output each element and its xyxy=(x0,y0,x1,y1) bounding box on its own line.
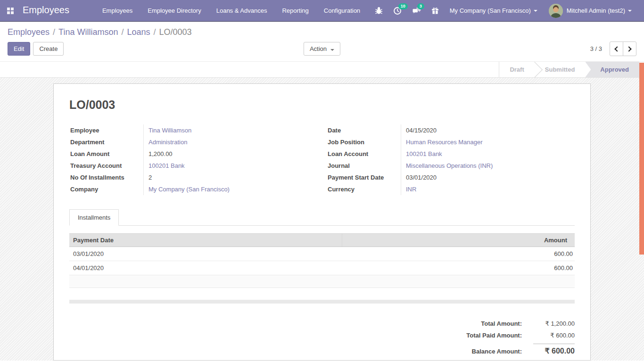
field-value-department[interactable]: Administration xyxy=(149,139,187,146)
field-label-company: Company xyxy=(69,183,144,195)
messages-count-badge: 3 xyxy=(417,3,424,9)
total-paid-amount-value: ₹ 600.00 xyxy=(533,332,575,339)
field-value-treasury-account[interactable]: 100201 Bank xyxy=(149,162,185,169)
status-step-approved[interactable]: Approved xyxy=(585,62,639,77)
company-name: My Company (San Francisco) xyxy=(450,7,531,14)
balance-amount-value: ₹ 600.00 xyxy=(533,344,575,355)
pager-next-button[interactable] xyxy=(623,41,636,56)
action-dropdown-button[interactable]: Action xyxy=(304,42,340,56)
status-steps: Draft Submitted Approved xyxy=(499,62,639,77)
field-value-employee[interactable]: Tina Williamson xyxy=(149,127,191,134)
installments-table: Payment Date Amount 03/01/2020 600.00 04… xyxy=(69,233,575,288)
column-header-payment-date[interactable]: Payment Date xyxy=(69,234,342,247)
breadcrumb-separator: / xyxy=(53,27,55,37)
totals-section: Total Amount: ₹ 1,200.00 Total Paid Amou… xyxy=(69,320,575,355)
tab-bar: Installments xyxy=(69,209,575,226)
menu-employee-directory[interactable]: Employee Directory xyxy=(140,0,208,21)
vertical-scrollbar[interactable] xyxy=(639,63,644,255)
top-navbar: Employees Employees Employee Directory L… xyxy=(0,0,644,22)
field-label-loan-amount: Loan Amount xyxy=(69,148,144,160)
total-amount-value: ₹ 1,200.00 xyxy=(533,320,575,327)
breadcrumb-employees[interactable]: Employees xyxy=(8,27,50,37)
field-label-department: Department xyxy=(69,136,144,148)
notebook: Installments Payment Date Amount 03/01/2… xyxy=(69,209,575,304)
field-label-journal: Journal xyxy=(327,160,401,172)
field-value-payment-start-date: 03/01/2020 xyxy=(401,172,575,183)
pager-value: 3 / 3 xyxy=(590,45,602,52)
messages-button[interactable]: 3 xyxy=(407,0,426,21)
record-title: LO/0003 xyxy=(69,98,575,112)
breadcrumb: Employees/Tina Williamson/Loans/LO/0003 xyxy=(8,27,636,37)
field-group-right: Date 04/15/2020 Job Position Human Resou… xyxy=(327,124,575,195)
field-label-currency: Currency xyxy=(327,183,401,195)
menu-reporting[interactable]: Reporting xyxy=(274,0,316,21)
field-label-loan-account: Loan Account xyxy=(327,148,401,160)
company-switcher[interactable]: My Company (San Francisco) xyxy=(444,0,543,21)
field-label-payment-start-date: Payment Start Date xyxy=(327,172,401,183)
field-label-treasury-account: Treasury Account xyxy=(69,160,144,172)
tab-installments[interactable]: Installments xyxy=(69,209,119,226)
field-label-job-position: Job Position xyxy=(327,136,401,148)
chevron-left-icon xyxy=(614,46,619,51)
list-footer-bar xyxy=(69,300,575,304)
table-empty-row xyxy=(69,275,575,288)
edit-button[interactable]: Edit xyxy=(8,42,30,56)
field-value-date: 04/15/2020 xyxy=(401,124,575,136)
debug-button[interactable] xyxy=(370,0,388,21)
table-row[interactable]: 03/01/2020 600.00 xyxy=(69,247,575,261)
user-menu[interactable]: Mitchell Admin (test2) xyxy=(543,0,637,21)
app-brand[interactable]: Employees xyxy=(21,5,73,16)
table-row[interactable]: 04/01/2020 600.00 xyxy=(69,261,575,275)
statusbar: Draft Submitted Approved xyxy=(0,61,644,78)
apps-menu-button[interactable] xyxy=(0,0,21,21)
menu-loans-advances[interactable]: Loans & Advances xyxy=(209,0,275,21)
activities-button[interactable]: 10 xyxy=(388,0,407,21)
field-value-company[interactable]: My Company (San Francisco) xyxy=(149,186,230,193)
form-view-background: LO/0003 Employee Tina Williamson Departm… xyxy=(0,78,644,361)
create-button[interactable]: Create xyxy=(33,42,64,56)
user-name: Mitchell Admin (test2) xyxy=(567,7,625,14)
table-header-row: Payment Date Amount xyxy=(69,234,575,247)
breadcrumb-current: LO/0003 xyxy=(159,27,192,37)
navbar-systray: 10 3 My Company (San Francisco) xyxy=(370,0,644,21)
pager-previous-button[interactable] xyxy=(610,41,623,56)
menu-configuration[interactable]: Configuration xyxy=(316,0,368,21)
button-row: Edit Create Action 3 / 3 xyxy=(8,41,636,56)
breadcrumb-separator: / xyxy=(154,27,156,37)
field-value-no-of-installments: 2 xyxy=(144,172,317,183)
chevron-right-icon xyxy=(626,46,631,51)
gift-icon xyxy=(431,7,439,15)
total-paid-amount-label: Total Paid Amount: xyxy=(466,332,533,339)
form-sheet: LO/0003 Employee Tina Williamson Departm… xyxy=(53,83,591,361)
control-panel: Employees/Tina Williamson/Loans/LO/0003 … xyxy=(0,22,644,61)
bug-icon xyxy=(375,7,383,15)
rewards-button[interactable] xyxy=(426,0,444,21)
breadcrumb-tina-williamson[interactable]: Tina Williamson xyxy=(58,27,118,37)
cell-amount[interactable]: 600.00 xyxy=(342,247,575,261)
pager: 3 / 3 xyxy=(590,41,636,56)
top-menu: Employees Employee Directory Loans & Adv… xyxy=(95,0,368,21)
cell-payment-date[interactable]: 04/01/2020 xyxy=(69,261,342,275)
caret-down-icon xyxy=(330,49,334,51)
breadcrumb-separator: / xyxy=(121,27,124,37)
field-label-no-of-installments: No Of Installments xyxy=(69,172,144,183)
caret-down-icon xyxy=(628,10,632,12)
cell-amount[interactable]: 600.00 xyxy=(342,261,575,275)
cell-payment-date[interactable]: 03/01/2020 xyxy=(69,247,342,261)
user-avatar xyxy=(549,4,563,18)
total-amount-label: Total Amount: xyxy=(466,320,533,327)
apps-grid-icon xyxy=(7,8,14,14)
field-group-left: Employee Tina Williamson Department Admi… xyxy=(69,124,317,195)
field-label-employee: Employee xyxy=(69,124,144,136)
field-value-loan-account[interactable]: 100201 Bank xyxy=(406,150,442,157)
field-value-currency[interactable]: INR xyxy=(406,186,416,193)
field-label-date: Date xyxy=(327,124,401,136)
caret-down-icon xyxy=(534,10,537,12)
breadcrumb-loans[interactable]: Loans xyxy=(127,27,150,37)
field-value-job-position[interactable]: Human Resources Manager xyxy=(406,139,483,146)
menu-employees[interactable]: Employees xyxy=(95,0,140,21)
column-header-amount[interactable]: Amount xyxy=(342,234,575,247)
balance-amount-label: Balance Amount: xyxy=(466,348,533,355)
field-value-journal[interactable]: Miscellaneous Operations (INR) xyxy=(406,162,493,169)
field-value-loan-amount: 1,200.00 xyxy=(144,148,317,160)
